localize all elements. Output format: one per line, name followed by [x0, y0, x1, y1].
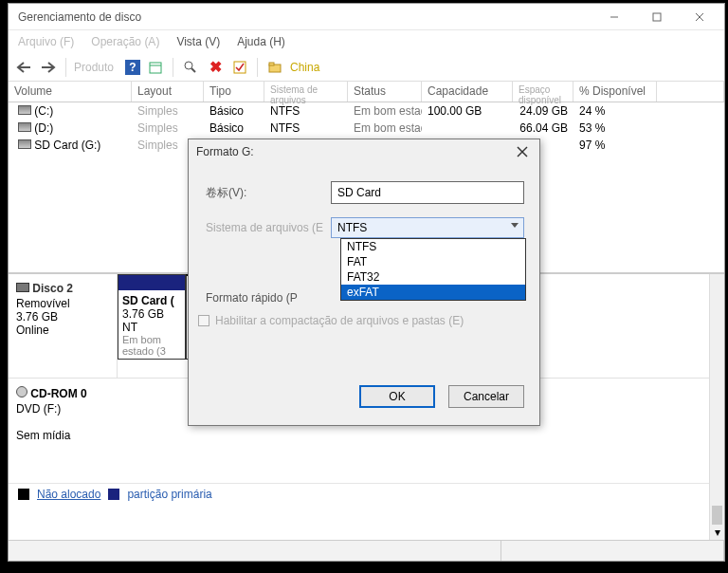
- ok-button[interactable]: OK: [359, 385, 435, 408]
- delete-icon[interactable]: ✖: [206, 58, 225, 77]
- col-spacer: [657, 82, 724, 102]
- partition-header: [118, 275, 185, 290]
- statusbar: [9, 540, 724, 561]
- menu-operacao[interactable]: Operação (A): [91, 35, 159, 48]
- volume-grid-header: Volume Layout Tipo Sistema de arquivos S…: [9, 82, 724, 102]
- back-icon[interactable]: [14, 58, 33, 77]
- partition[interactable]: SD Card ( 3.76 GB NT Em bom estado (3: [118, 274, 186, 360]
- svg-rect-8: [234, 62, 246, 73]
- dvd-icon: [16, 386, 27, 397]
- cancel-button[interactable]: Cancelar: [448, 385, 524, 408]
- scroll-down-icon[interactable]: ▾: [710, 525, 724, 540]
- volume-label-text: 卷标(V):: [198, 185, 331, 201]
- filesystem-dropdown-list: NTFS FAT FAT32 exFAT: [340, 238, 526, 301]
- compress-label: Habilitar a compactação de arquivos e pa…: [215, 314, 464, 327]
- titlebar: Gerenciamento de disco: [9, 4, 724, 30]
- menu-vista[interactable]: Vista (V): [176, 35, 220, 48]
- toolbar: Produto ? ✖ China: [9, 53, 724, 82]
- menu-ajuda[interactable]: Ajuda (H): [237, 35, 285, 48]
- legend-primaria: partição primária: [127, 488, 211, 501]
- svg-point-6: [185, 62, 192, 69]
- close-button[interactable]: [678, 5, 720, 29]
- volume-label-input[interactable]: [331, 181, 524, 204]
- folder-icon[interactable]: [265, 58, 284, 77]
- filesystem-label: Sistema de arquivos (E: [198, 221, 331, 234]
- table-row[interactable]: (C:) Simples Básico NTFS Em bom estado (…: [9, 102, 724, 120]
- disk-icon: [16, 283, 29, 292]
- disk-label[interactable]: Disco 2 Removível 3.76 GB Online: [9, 274, 118, 378]
- window-title: Gerenciamento de disco: [18, 10, 592, 24]
- legend-swatch-unalloc: [18, 489, 29, 500]
- dialog-close-button[interactable]: [513, 142, 532, 161]
- chevron-down-icon: [511, 223, 519, 228]
- calendar-icon[interactable]: [146, 58, 165, 77]
- col-sistema[interactable]: Sistema de arquivos: [264, 82, 348, 102]
- vertical-scrollbar[interactable]: ▾: [709, 274, 724, 540]
- disk-icon: [18, 105, 31, 115]
- menu-arquivo[interactable]: Arquivo (F): [18, 35, 74, 48]
- maximize-button[interactable]: [635, 5, 678, 29]
- menubar: Arquivo (F) Operação (A) Vista (V) Ajuda…: [9, 30, 724, 53]
- col-pct[interactable]: % Disponível: [573, 82, 657, 102]
- fs-option-fat32[interactable]: FAT32: [341, 269, 525, 285]
- compress-checkbox[interactable]: [198, 315, 209, 326]
- svg-line-7: [191, 68, 195, 72]
- dialog-title: Formato G:: [196, 145, 513, 158]
- disk-label[interactable]: CD-ROM 0 DVD (F:) Sem mídia: [9, 379, 118, 483]
- filesystem-combo[interactable]: NTFS: [331, 217, 524, 238]
- svg-rect-4: [150, 63, 161, 73]
- legend-swatch-primary: [108, 489, 119, 500]
- fs-option-fat[interactable]: FAT: [341, 254, 525, 269]
- toolbar-china-label: China: [290, 61, 319, 74]
- svg-rect-1: [653, 13, 661, 21]
- col-tipo[interactable]: Tipo: [204, 82, 264, 102]
- legend-nao-alocado[interactable]: Não alocado: [37, 488, 100, 501]
- legend: Não alocado partição primária: [9, 483, 724, 504]
- format-dialog: Formato G: 卷标(V): Sistema de arquivos (E…: [188, 139, 540, 426]
- col-layout[interactable]: Layout: [132, 82, 204, 102]
- col-status[interactable]: Status: [348, 82, 422, 102]
- quick-format-label: Formato rápido (P: [198, 291, 331, 305]
- col-espaco[interactable]: Espaço disponível: [513, 82, 573, 102]
- disk-icon: [18, 139, 31, 149]
- fs-option-exfat[interactable]: exFAT: [341, 285, 525, 300]
- forward-icon[interactable]: [39, 58, 58, 77]
- search-icon[interactable]: [181, 58, 200, 77]
- col-capacidade[interactable]: Capacidade: [422, 82, 513, 102]
- col-volume[interactable]: Volume: [9, 82, 132, 102]
- disk-icon: [18, 122, 31, 132]
- check-icon[interactable]: [230, 58, 249, 77]
- toolbar-produto-label: Produto: [74, 61, 114, 74]
- dialog-titlebar: Formato G:: [189, 139, 539, 164]
- minimize-button[interactable]: [592, 5, 635, 29]
- help-icon[interactable]: ?: [125, 60, 140, 75]
- table-row[interactable]: (D:) Simples Básico NTFS Em bom estado (…: [9, 120, 724, 137]
- svg-rect-10: [269, 63, 274, 65]
- fs-option-ntfs[interactable]: NTFS: [341, 239, 525, 254]
